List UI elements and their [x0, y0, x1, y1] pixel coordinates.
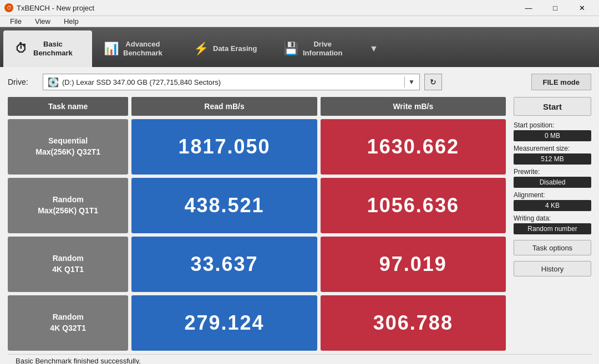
maximize-button[interactable]: □: [542, 0, 568, 16]
title-bar-controls: — □ ✕: [516, 0, 595, 16]
content-area: Drive: 💽 (D:) Lexar SSD 347.00 GB (727,7…: [0, 67, 599, 364]
menu-file[interactable]: File: [4, 16, 27, 27]
menu-view[interactable]: View: [29, 16, 56, 27]
start-button[interactable]: Start: [514, 97, 591, 116]
title-bar: ⏱ TxBENCH - New project — □ ✕: [0, 0, 599, 16]
start-position-group: Start position: 0 MB: [514, 121, 591, 141]
prewrite-label: Prewrite:: [514, 168, 591, 176]
data-erasing-label: Data Erasing: [213, 44, 257, 53]
bench-task-3: Random4K Q32T1: [8, 295, 128, 351]
basic-benchmark-label: BasicBenchmark: [33, 40, 73, 57]
tab-drive-information[interactable]: 💾 DriveInformation: [273, 30, 362, 67]
data-erasing-icon: ⚡: [193, 42, 209, 56]
writing-data-value: Random number: [514, 223, 591, 234]
drive-information-icon: 💾: [283, 42, 298, 56]
app-icon: ⏱: [4, 3, 13, 12]
file-mode-button[interactable]: FILE mode: [531, 74, 591, 90]
drive-row: Drive: 💽 (D:) Lexar SSD 347.00 GB (727,7…: [8, 74, 591, 90]
bench-read-2: 33.637: [131, 237, 317, 292]
status-text: Basic Benchmark finished successfully.: [16, 357, 141, 364]
close-button[interactable]: ✕: [569, 0, 595, 16]
menu-help[interactable]: Help: [58, 16, 84, 27]
bench-write-1: 1056.636: [321, 178, 506, 233]
tab-advanced-benchmark[interactable]: 📊 AdvancedBenchmark: [93, 30, 182, 67]
drive-information-label: DriveInformation: [303, 40, 343, 57]
task-options-button[interactable]: Task options: [514, 240, 591, 255]
col-header-task: Task name: [8, 97, 128, 116]
main-area: Task name Read mB/s Write mB/s Sequentia…: [8, 97, 591, 351]
bench-read-3: 279.124: [131, 295, 317, 351]
drive-select-icon: 💽: [48, 77, 59, 88]
bench-task-1: RandomMax(256K) Q1T1: [8, 178, 128, 233]
bench-task-2: Random4K Q1T1: [8, 237, 128, 292]
start-position-label: Start position:: [514, 121, 591, 129]
prewrite-group: Prewrite: Disabled: [514, 168, 591, 188]
bench-write-3: 306.788: [321, 295, 506, 351]
start-position-value: 0 MB: [514, 130, 591, 141]
bench-write-0: 1630.662: [321, 119, 506, 175]
writing-data-label: Writing data:: [514, 214, 591, 222]
bench-read-1: 438.521: [131, 178, 317, 233]
history-button[interactable]: History: [514, 261, 591, 276]
drive-label: Drive:: [8, 78, 38, 86]
window-title: TxBENCH - New project: [17, 4, 94, 12]
status-bar: Basic Benchmark finished successfully.: [8, 354, 591, 364]
advanced-benchmark-label: AdvancedBenchmark: [123, 40, 163, 57]
drive-select-inner: 💽 (D:) Lexar SSD 347.00 GB (727,715,840 …: [48, 77, 221, 88]
sidebar: Start Start position: 0 MB Measurement s…: [514, 97, 591, 351]
prewrite-value: Disabled: [514, 177, 591, 188]
advanced-benchmark-icon: 📊: [103, 42, 119, 56]
drive-dropdown-arrow-icon[interactable]: ▼: [404, 76, 415, 88]
bench-row-0: SequentialMax(256K) Q32T1 1817.050 1630.…: [8, 119, 506, 175]
drive-select-value: (D:) Lexar SSD 347.00 GB (727,715,840 Se…: [62, 78, 221, 86]
drive-select[interactable]: 💽 (D:) Lexar SSD 347.00 GB (727,715,840 …: [43, 74, 420, 90]
bench-write-2: 97.019: [321, 237, 506, 292]
bench-row-1: RandomMax(256K) Q1T1 438.521 1056.636: [8, 178, 506, 233]
measurement-size-group: Measurement size: 512 MB: [514, 145, 591, 165]
title-bar-left: ⏱ TxBENCH - New project: [4, 3, 94, 12]
tab-basic-benchmark[interactable]: ⏱ BasicBenchmark: [3, 30, 92, 67]
menu-bar: File View Help: [0, 16, 599, 27]
bench-row-3: Random4K Q32T1 279.124 306.788: [8, 295, 506, 351]
tab-data-erasing[interactable]: ⚡ Data Erasing: [183, 30, 272, 67]
writing-data-group: Writing data: Random number: [514, 214, 591, 234]
measurement-size-value: 512 MB: [514, 153, 591, 165]
alignment-label: Alignment:: [514, 191, 591, 199]
app-window: ⏱ BasicBenchmark 📊 AdvancedBenchmark ⚡ D…: [0, 27, 599, 364]
benchmark-table: Task name Read mB/s Write mB/s Sequentia…: [8, 97, 506, 351]
refresh-icon: ↻: [430, 78, 436, 86]
toolbar: ⏱ BasicBenchmark 📊 AdvancedBenchmark ⚡ D…: [0, 27, 599, 67]
alignment-group: Alignment: 4 KB: [514, 191, 591, 211]
toolbar-more-arrow[interactable]: ▼: [365, 44, 383, 54]
col-header-write: Write mB/s: [321, 97, 506, 116]
bench-read-0: 1817.050: [131, 119, 317, 175]
alignment-value: 4 KB: [514, 200, 591, 211]
basic-benchmark-icon: ⏱: [13, 42, 29, 56]
measurement-size-label: Measurement size:: [514, 145, 591, 152]
table-header: Task name Read mB/s Write mB/s: [8, 97, 506, 116]
col-header-read: Read mB/s: [131, 97, 317, 116]
bench-row-2: Random4K Q1T1 33.637 97.019: [8, 237, 506, 292]
bench-task-0: SequentialMax(256K) Q32T1: [8, 119, 128, 175]
drive-refresh-button[interactable]: ↻: [424, 74, 442, 90]
minimize-button[interactable]: —: [516, 0, 541, 16]
